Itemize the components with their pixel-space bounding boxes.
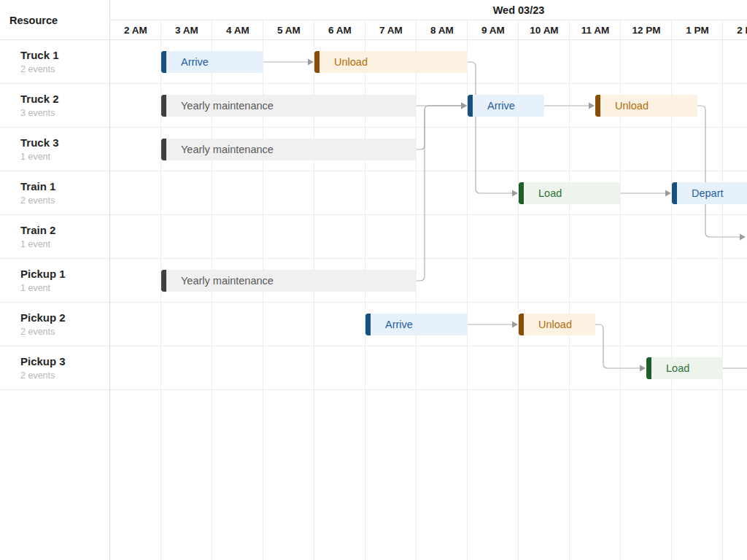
hour-header-cell: 4 AM — [212, 20, 263, 40]
dependency-arrowhead — [665, 190, 671, 197]
resource-name: Pickup 2 — [20, 311, 109, 325]
event-left-accent — [365, 314, 371, 335]
event-label: Yearly maintenance — [161, 139, 417, 160]
event-left-accent — [468, 95, 473, 117]
hour-header-cell: 7 AM — [365, 20, 417, 40]
event-label: Load — [519, 182, 621, 204]
dependency-line — [417, 106, 466, 149]
resource-name: Truck 1 — [20, 48, 109, 63]
dependency-arrowhead — [512, 190, 518, 197]
scheduler-app: Resource Wed 03/23 2 AM3 AM4 AM5 AM6 AM7… — [0, 0, 747, 560]
resource-event-count: 2 events — [20, 194, 109, 208]
event-label: Yearly maintenance — [161, 95, 417, 117]
dependency-arrowhead — [461, 103, 467, 109]
resource-event-count: 2 events — [20, 63, 109, 77]
event-label: Unload — [595, 95, 697, 117]
resource-name: Pickup 1 — [20, 267, 109, 281]
hour-header-cell: 6 AM — [314, 20, 365, 40]
resource-event-count: 2 events — [20, 325, 109, 339]
dependency-arrowhead — [740, 234, 746, 241]
event-label: Unload — [314, 51, 468, 73]
resource-name: Pickup 3 — [20, 354, 109, 369]
dependency-line — [417, 106, 466, 281]
event-label: Arrive — [161, 51, 263, 73]
resource-column-label: Resource — [9, 15, 58, 26]
dependency-arrowhead — [308, 59, 314, 66]
hour-header-cell: 8 AM — [417, 20, 468, 40]
hour-header-cell: 3 AM — [161, 20, 212, 40]
resource-row-pickup-3[interactable]: Pickup 32 events — [0, 346, 109, 390]
event-left-accent — [519, 182, 524, 204]
resource-event-count: 1 event — [20, 238, 109, 252]
event-left-accent — [161, 51, 166, 73]
event-bar-t2-maint[interactable]: Yearly maintenance — [161, 95, 417, 117]
resource-row-pickup-2[interactable]: Pickup 22 events — [0, 303, 109, 346]
event-bar-tr1-depart[interactable]: Depart — [672, 182, 747, 204]
event-bar-p1-maint[interactable]: Yearly maintenance — [161, 270, 417, 292]
hour-header-cell: 5 AM — [263, 20, 314, 40]
hour-header-cell: 12 PM — [621, 20, 672, 40]
hour-header-cell: 9 AM — [468, 20, 519, 40]
event-bar-t1-arrive[interactable]: Arrive — [161, 51, 263, 73]
resource-column-header: Resource — [0, 0, 109, 40]
horizontal-row-lines — [0, 40, 747, 391]
resource-row-truck-1[interactable]: Truck 12 events — [0, 40, 109, 84]
event-left-accent — [314, 51, 320, 73]
event-bar-p2-arrive[interactable]: Arrive — [365, 314, 468, 335]
panel-separator — [109, 0, 110, 560]
resource-event-count: 1 event — [20, 281, 109, 295]
resource-name: Truck 3 — [20, 136, 109, 150]
event-label: Load — [646, 357, 723, 379]
resource-row-train-2[interactable]: Train 21 event — [0, 215, 109, 259]
resource-row-truck-3[interactable]: Truck 31 event — [0, 128, 109, 171]
resource-name: Train 1 — [20, 179, 109, 194]
event-bar-t2-arrive[interactable]: Arrive — [468, 95, 544, 117]
event-bar-t3-maint[interactable]: Yearly maintenance — [161, 139, 417, 160]
event-label: Arrive — [365, 314, 468, 335]
dependency-arrowhead — [461, 103, 467, 109]
event-label: Unload — [519, 314, 595, 335]
dependency-arrowhead — [461, 103, 467, 109]
event-label: Arrive — [468, 95, 544, 117]
dependency-line — [468, 62, 517, 193]
event-left-accent — [161, 95, 166, 117]
resource-row-pickup-1[interactable]: Pickup 11 event — [0, 259, 109, 303]
resource-name: Train 2 — [20, 223, 109, 238]
event-bar-p2-unload[interactable]: Unload — [519, 314, 595, 335]
resource-row-truck-2[interactable]: Truck 23 events — [0, 84, 109, 128]
event-bar-t2-unload[interactable]: Unload — [595, 95, 697, 117]
dependency-line — [697, 106, 745, 237]
event-left-accent — [519, 314, 524, 335]
event-bar-t1-unload[interactable]: Unload — [314, 51, 468, 73]
event-bar-p3-load[interactable]: Load — [646, 357, 723, 379]
hour-header-cell: 1 PM — [672, 20, 723, 40]
event-label: Depart — [672, 182, 747, 204]
hour-header-cell: 2 PM — [723, 20, 747, 40]
resource-event-count: 3 events — [20, 106, 109, 120]
dependency-arrowhead — [640, 365, 646, 372]
hour-header-cell: 10 AM — [519, 20, 570, 40]
dependency-line — [595, 324, 645, 368]
dependency-arrowhead — [512, 322, 518, 328]
day-header-label: Wed 03/23 — [493, 4, 545, 16]
event-left-accent — [595, 95, 600, 117]
resource-name: Truck 2 — [20, 92, 109, 106]
resource-event-count: 1 event — [20, 150, 109, 164]
event-left-accent — [672, 182, 677, 204]
event-left-accent — [161, 139, 166, 160]
event-left-accent — [161, 270, 166, 292]
event-bar-tr1-load[interactable]: Load — [519, 182, 621, 204]
event-label: Yearly maintenance — [161, 270, 417, 292]
resource-row-train-1[interactable]: Train 12 events — [0, 171, 109, 215]
dependency-arrowhead — [589, 103, 595, 109]
hour-header-cell: 11 AM — [570, 20, 621, 40]
hour-header-cell: 2 AM — [110, 20, 161, 40]
resource-event-count: 2 events — [20, 369, 109, 383]
day-header: Wed 03/23 — [110, 0, 747, 20]
event-left-accent — [646, 357, 651, 379]
